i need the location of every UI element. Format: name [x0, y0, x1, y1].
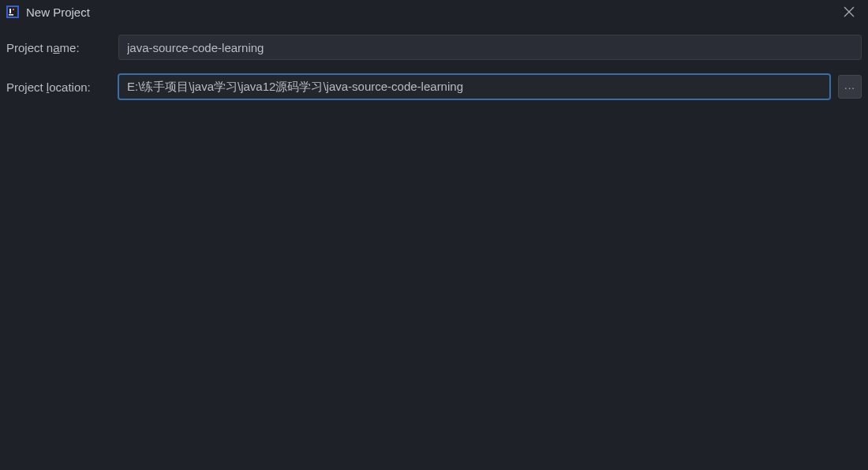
titlebar-left: New Project [6, 6, 90, 19]
svg-rect-4 [13, 9, 14, 10]
browse-button[interactable]: ... [838, 75, 862, 99]
project-location-label: Project location: [6, 80, 118, 94]
titlebar: New Project [0, 0, 868, 27]
svg-rect-2 [9, 9, 11, 13]
window-title: New Project [26, 6, 90, 19]
intellij-icon [6, 6, 19, 18]
project-name-input[interactable] [118, 35, 862, 60]
ellipsis-icon: ... [844, 80, 855, 91]
project-name-row: Project name: [6, 35, 862, 60]
project-name-label: Project name: [6, 41, 118, 54]
project-location-row: Project location: ... [6, 74, 862, 99]
form-area: Project name: Project location: ... [0, 27, 868, 99]
project-name-input-wrap [118, 35, 862, 60]
svg-rect-3 [9, 14, 13, 16]
project-location-input[interactable] [118, 74, 830, 99]
close-button[interactable] [838, 1, 860, 23]
close-icon [844, 6, 855, 17]
project-location-input-wrap: ... [118, 74, 862, 99]
